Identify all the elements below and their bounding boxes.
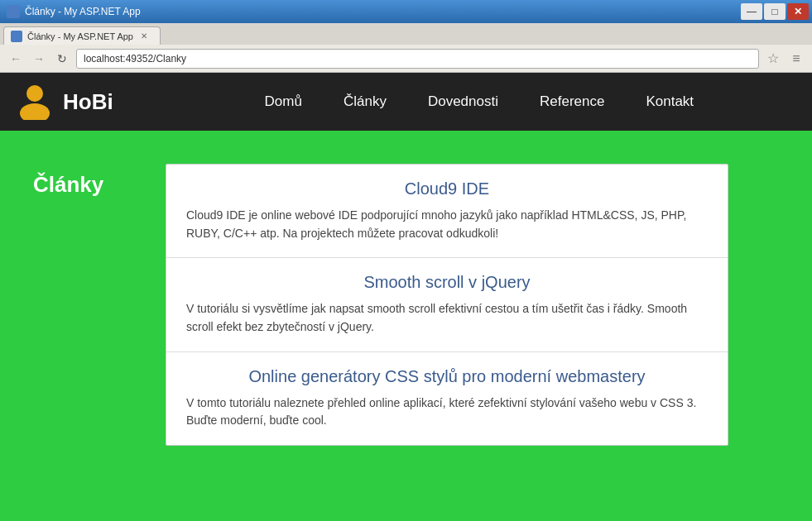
navbar: HoBi Domů Články Dovednosti Reference Ko… xyxy=(0,73,812,131)
refresh-button[interactable]: ↻ xyxy=(53,50,71,68)
brand: HoBi xyxy=(17,84,113,120)
svg-point-1 xyxy=(20,103,50,120)
window-title: Články - My ASP.NET App xyxy=(25,6,141,17)
nav-link-clanky[interactable]: Články xyxy=(344,93,387,110)
tab-favicon xyxy=(11,31,22,42)
article-title-0[interactable]: Cloud9 IDE xyxy=(186,179,708,198)
article-text-2: V tomto tutoriálu naleznete přehled onli… xyxy=(186,394,708,430)
close-button[interactable]: ✕ xyxy=(787,3,809,20)
tab-close-button[interactable]: ✕ xyxy=(138,31,150,42)
article-title-1[interactable]: Smooth scroll v jQuery xyxy=(186,273,708,292)
article-title-2[interactable]: Online generátory CSS stylů pro moderní … xyxy=(186,367,708,386)
brand-avatar xyxy=(17,84,53,120)
nav-link-kontakt[interactable]: Kontakt xyxy=(646,93,694,110)
articles-container: Cloud9 IDE Cloud9 IDE je online webové I… xyxy=(166,164,728,446)
article-item: Smooth scroll v jQuery V tutoriálu si vy… xyxy=(166,258,728,351)
minimize-button[interactable]: — xyxy=(741,3,762,20)
main-content: Články Cloud9 IDE Cloud9 IDE je online w… xyxy=(0,131,812,521)
tab-label: Články - My ASP.NET App xyxy=(27,31,133,41)
nav-links: Domů Články Dovednosti Reference Kontakt xyxy=(163,93,795,110)
article-text-0: Cloud9 IDE je online webové IDE podporuj… xyxy=(186,207,708,242)
maximize-button[interactable]: □ xyxy=(764,3,786,20)
brand-name: HoBi xyxy=(63,89,113,115)
bookmark-button[interactable]: ☆ xyxy=(764,50,782,68)
address-bar[interactable] xyxy=(76,49,759,69)
nav-link-reference[interactable]: Reference xyxy=(540,93,604,110)
sidebar-title: Články xyxy=(33,172,132,198)
forward-button[interactable]: → xyxy=(30,50,48,68)
article-text-1: V tutoriálu si vysvětlíme jak napsat smo… xyxy=(186,300,708,336)
back-button[interactable]: ← xyxy=(7,50,25,68)
browser-favicon xyxy=(7,5,20,18)
article-item: Cloud9 IDE Cloud9 IDE je online webové I… xyxy=(166,165,728,258)
nav-link-domu[interactable]: Domů xyxy=(265,93,302,110)
menu-button[interactable]: ≡ xyxy=(787,50,805,68)
browser-tab[interactable]: Články - My ASP.NET App ✕ xyxy=(3,26,161,45)
svg-point-0 xyxy=(26,85,43,102)
article-item: Online generátory CSS stylů pro moderní … xyxy=(166,352,728,445)
nav-link-dovednosti[interactable]: Dovednosti xyxy=(428,93,498,110)
